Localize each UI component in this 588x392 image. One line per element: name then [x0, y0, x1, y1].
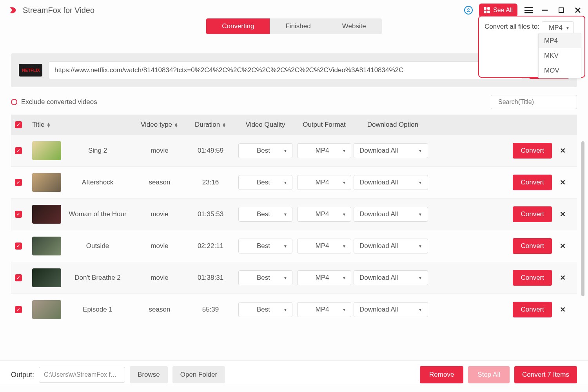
chevron-down-icon: ▼ — [418, 244, 422, 248]
app-title: StreamFox for Video — [23, 6, 94, 15]
chevron-down-icon: ▼ — [418, 181, 422, 185]
sort-icon: ▲▼ — [222, 122, 226, 127]
table-row: ✓ Woman of the Hour movie 01:35:53 Best▼… — [11, 199, 577, 230]
tab-finished[interactable]: Finished — [270, 18, 326, 34]
table-row: ✓ Don't Breathe 2 movie 01:38:31 Best▼ M… — [11, 262, 577, 294]
row-duration: 01:35:53 — [185, 210, 236, 218]
row-title: Don't Breathe 2 — [64, 274, 134, 282]
row-duration: 23:16 — [185, 179, 236, 186]
maximize-button[interactable] — [558, 7, 564, 13]
chevron-down-icon: ▼ — [342, 181, 346, 185]
browse-button[interactable]: Browse — [130, 366, 168, 383]
format-select[interactable]: MP4▼ — [297, 143, 351, 158]
scrollbar[interactable] — [581, 141, 584, 296]
table: ✓ Title▲▼ Video type▲▼ Duration▲▼ Video … — [11, 115, 577, 323]
chevron-down-icon: ▼ — [566, 26, 570, 30]
convert-button[interactable]: Convert — [513, 175, 552, 190]
chevron-down-icon: ▼ — [342, 149, 346, 153]
close-button[interactable] — [575, 7, 581, 13]
tab-website[interactable]: Website — [327, 18, 382, 34]
row-remove-button[interactable]: ✕ — [552, 178, 573, 187]
quality-select[interactable]: Best▼ — [238, 302, 292, 317]
download-option-select[interactable]: Download All▼ — [354, 207, 428, 222]
quality-select[interactable]: Best▼ — [238, 143, 292, 158]
chevron-down-icon: ▼ — [418, 149, 422, 153]
title-search-input[interactable] — [498, 98, 577, 106]
format-select[interactable]: MP4▼ — [297, 239, 351, 253]
row-type: season — [134, 306, 185, 314]
row-duration: 55:39 — [185, 306, 236, 314]
format-option-mp4[interactable]: MP4 — [539, 33, 581, 48]
row-type: movie — [134, 274, 185, 282]
svg-rect-2 — [559, 8, 564, 13]
convert-button[interactable]: Convert — [513, 206, 552, 222]
th-video-type[interactable]: Video type▲▼ — [134, 121, 185, 129]
title-search-box[interactable] — [491, 95, 577, 109]
quality-select[interactable]: Best▼ — [238, 175, 292, 190]
row-checkbox[interactable]: ✓ — [15, 306, 22, 313]
row-duration: 02:22:11 — [185, 242, 236, 250]
url-input[interactable] — [49, 61, 523, 79]
download-option-select[interactable]: Download All▼ — [354, 175, 428, 190]
user-icon[interactable] — [464, 6, 473, 15]
table-row: ✓ Sing 2 movie 01:49:59 Best▼ MP4▼ Downl… — [11, 135, 577, 167]
convert-items-button[interactable]: Convert 7 Items — [514, 366, 577, 383]
row-checkbox[interactable]: ✓ — [15, 274, 22, 281]
th-video-quality: Video Quality — [236, 121, 295, 129]
row-type: movie — [134, 147, 185, 155]
chevron-down-icon: ▼ — [283, 308, 287, 312]
exclude-label: Exclude converted videos — [21, 98, 97, 106]
download-option-select[interactable]: Download All▼ — [354, 239, 428, 253]
quality-select[interactable]: Best▼ — [238, 207, 292, 222]
row-remove-button[interactable]: ✕ — [552, 242, 573, 250]
format-select[interactable]: MP4▼ — [297, 175, 351, 190]
convert-button[interactable]: Convert — [513, 143, 552, 159]
row-remove-button[interactable]: ✕ — [552, 273, 573, 282]
row-checkbox[interactable]: ✓ — [15, 211, 22, 218]
row-type: movie — [134, 242, 185, 250]
th-duration[interactable]: Duration▲▼ — [185, 121, 236, 129]
format-option-mkv[interactable]: MKV — [539, 48, 581, 63]
exclude-converted-toggle[interactable]: Exclude converted videos — [11, 98, 97, 106]
select-all-checkbox[interactable]: ✓ — [15, 121, 22, 128]
chevron-down-icon: ▼ — [283, 212, 287, 217]
row-title: Sing 2 — [64, 147, 134, 155]
row-remove-button[interactable]: ✕ — [552, 305, 573, 314]
table-row: ✓ Episode 1 season 55:39 Best▼ MP4▼ Down… — [11, 294, 577, 323]
quality-select[interactable]: Best▼ — [238, 239, 292, 253]
sort-icon: ▲▼ — [174, 122, 178, 127]
th-title[interactable]: Title▲▼ — [32, 121, 134, 129]
format-select[interactable]: MP4▼ — [297, 207, 351, 222]
format-option-mov[interactable]: MOV — [539, 63, 581, 78]
tab-converting[interactable]: Converting — [206, 18, 270, 34]
chevron-down-icon: ▼ — [283, 149, 287, 153]
remove-button[interactable]: Remove — [420, 366, 463, 383]
convert-all-select[interactable]: MP4 ▼ — [542, 21, 574, 35]
convert-button[interactable]: Convert — [513, 270, 552, 286]
convert-button[interactable]: Convert — [513, 238, 552, 254]
chevron-down-icon: ▼ — [342, 308, 346, 312]
download-option-select[interactable]: Download All▼ — [354, 302, 428, 317]
open-folder-button[interactable]: Open Folder — [172, 366, 225, 383]
row-checkbox[interactable]: ✓ — [15, 147, 22, 154]
download-option-select[interactable]: Download All▼ — [354, 143, 428, 158]
format-select[interactable]: MP4▼ — [297, 302, 351, 317]
output-path[interactable]: C:\Users\w\StreamFox for V... — [39, 367, 125, 383]
th-download-option: Download Option — [354, 121, 432, 129]
minimize-button[interactable] — [542, 7, 548, 13]
row-title: Outside — [64, 242, 134, 250]
quality-select[interactable]: Best▼ — [238, 270, 292, 285]
thumbnail — [32, 268, 61, 287]
download-option-select[interactable]: Download All▼ — [354, 270, 428, 285]
row-checkbox[interactable]: ✓ — [15, 242, 22, 250]
stop-all-button[interactable]: Stop All — [468, 366, 510, 383]
row-remove-button[interactable]: ✕ — [552, 146, 573, 155]
row-remove-button[interactable]: ✕ — [552, 210, 573, 219]
menu-icon[interactable] — [524, 7, 533, 13]
see-all-button[interactable]: See All — [479, 4, 517, 17]
row-checkbox[interactable]: ✓ — [15, 179, 22, 186]
chevron-down-icon: ▼ — [283, 244, 287, 248]
format-select[interactable]: MP4▼ — [297, 270, 351, 285]
convert-button[interactable]: Convert — [513, 302, 552, 317]
thumbnail — [32, 300, 61, 319]
